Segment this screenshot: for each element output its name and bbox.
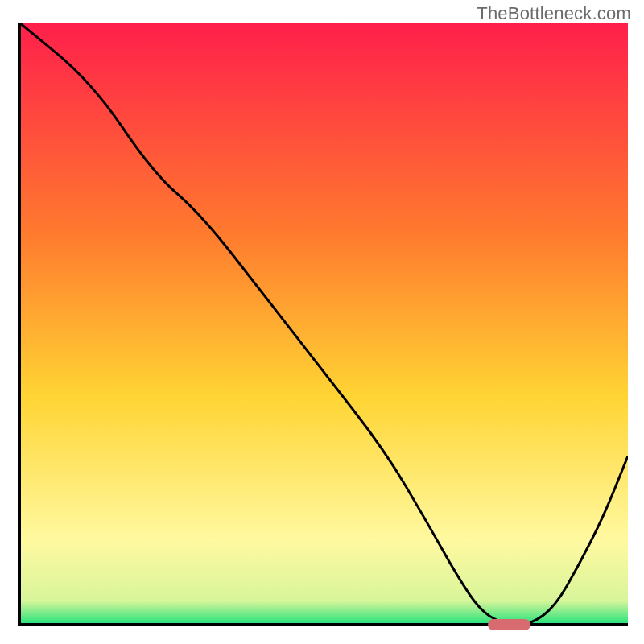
optimal-marker (488, 619, 530, 630)
chart-container: TheBottleneck.com (0, 0, 644, 644)
watermark-text: TheBottleneck.com (477, 3, 631, 24)
gradient-background (19, 23, 628, 625)
plot-area (16, 23, 628, 628)
chart-svg (16, 23, 628, 628)
